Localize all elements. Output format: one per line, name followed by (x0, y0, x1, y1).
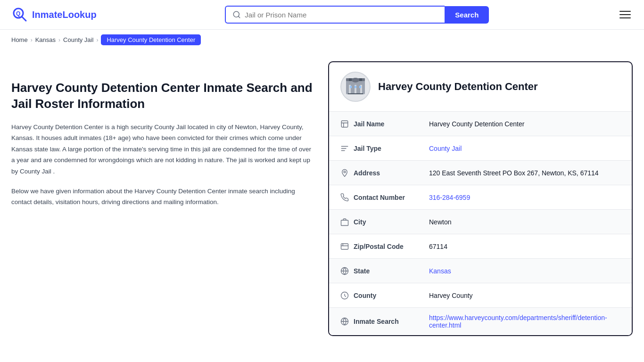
svg-rect-17 (341, 121, 348, 127)
hamburger-menu[interactable] (618, 9, 633, 20)
contact-link[interactable]: 316-284-6959 (429, 194, 470, 201)
contact-value: 316-284-6959 (429, 194, 620, 201)
address-value: 120 East Seventh Street PO Box 267, Newt… (429, 169, 620, 177)
info-row-contact: Contact Number 316-284-6959 (329, 185, 632, 210)
breadcrumb-active: Harvey County Detention Center (101, 34, 201, 45)
page-title: Harvey County Detention Center Inmate Se… (11, 80, 313, 112)
svg-point-9 (352, 78, 359, 82)
jail-type-label: Jail Type (354, 145, 429, 152)
type-icon (340, 144, 354, 153)
jail-type-link[interactable]: County Jail (429, 145, 462, 152)
jail-icon (340, 120, 354, 128)
zip-label: Zip/Postal Code (354, 243, 429, 250)
search-input[interactable] (245, 11, 438, 19)
main-content: Harvey County Detention Center Inmate Se… (0, 50, 644, 347)
search-input-wrapper (225, 6, 445, 24)
svg-text:Q: Q (16, 10, 20, 17)
svg-line-1 (22, 16, 26, 21)
jail-name-label: Jail Name (354, 120, 429, 128)
search-icon (232, 10, 241, 19)
phone-icon (340, 193, 354, 202)
svg-rect-14 (350, 86, 352, 88)
svg-point-23 (344, 171, 346, 173)
search-button[interactable]: Search (445, 6, 489, 24)
info-row-jail-name: Jail Name Harvey County Detention Center (329, 112, 632, 136)
breadcrumb-kansas[interactable]: Kansas (35, 36, 56, 43)
info-row-city: City Newton (329, 210, 632, 234)
contact-label: Contact Number (354, 194, 429, 201)
breadcrumb-home[interactable]: Home (11, 36, 28, 43)
svg-rect-25 (341, 244, 348, 249)
breadcrumb: Home › Kansas › County Jail › Harvey Cou… (0, 30, 644, 50)
state-value: Kansas (429, 267, 620, 275)
info-card: Harvey County Detention Center Jail Name… (328, 61, 633, 336)
svg-rect-16 (359, 86, 361, 88)
address-label: Address (354, 169, 429, 177)
logo-text: InmateLookup (32, 9, 97, 20)
county-value: Harvey County (429, 292, 620, 299)
address-icon (340, 169, 354, 177)
chevron-icon: › (58, 37, 60, 43)
state-icon (340, 267, 354, 275)
county-icon (340, 291, 354, 300)
city-value: Newton (429, 218, 620, 226)
inmate-search-value: https://www.harveycounty.com/departments… (429, 314, 620, 329)
info-row-county: County Harvey County (329, 283, 632, 308)
city-icon (340, 218, 354, 226)
card-header: Harvey County Detention Center (329, 62, 632, 112)
chevron-icon: › (96, 37, 98, 43)
logo[interactable]: Q InmateLookup (11, 6, 97, 23)
logo-icon: Q (11, 6, 28, 23)
description-paragraph-1: Harvey County Detention Center is a high… (11, 122, 313, 177)
info-table: Jail Name Harvey County Detention Center… (329, 112, 632, 335)
inmate-search-link[interactable]: https://www.harveycounty.com/departments… (429, 314, 607, 329)
inmate-search-icon (340, 317, 354, 326)
info-row-jail-type: Jail Type County Jail (329, 136, 632, 161)
county-label: County (354, 292, 429, 299)
description-paragraph-2: Below we have given information about th… (11, 186, 313, 208)
chevron-icon: › (31, 37, 33, 43)
card-title: Harvey County Detention Center (378, 81, 538, 93)
site-header: Q InmateLookup Search (0, 0, 644, 30)
zip-value: 67114 (429, 243, 620, 250)
svg-line-4 (239, 16, 240, 17)
svg-rect-13 (348, 93, 363, 94)
jail-type-value: County Jail (429, 145, 620, 152)
left-section: Harvey County Detention Center Inmate Se… (11, 61, 313, 216)
svg-rect-24 (341, 220, 348, 225)
facility-avatar (340, 72, 371, 102)
info-row-zip: Zip/Postal Code 67114 (329, 234, 632, 259)
state-link[interactable]: Kansas (429, 267, 451, 275)
jail-name-value: Harvey County Detention Center (429, 120, 620, 128)
search-bar: Search (225, 6, 489, 24)
inmate-search-label: Inmate Search (354, 318, 429, 325)
state-label: State (354, 267, 429, 275)
info-row-address: Address 120 East Seventh Street PO Box 2… (329, 161, 632, 185)
svg-rect-8 (359, 78, 362, 81)
info-row-inmate-search: Inmate Search https://www.harveycounty.c… (329, 308, 632, 335)
breadcrumb-county-jail[interactable]: County Jail (63, 36, 93, 43)
city-label: City (354, 218, 429, 226)
svg-rect-7 (349, 78, 352, 81)
info-row-state: State Kansas (329, 259, 632, 283)
facility-building-icon (344, 75, 367, 98)
svg-rect-15 (355, 86, 356, 88)
zip-icon (340, 242, 354, 251)
